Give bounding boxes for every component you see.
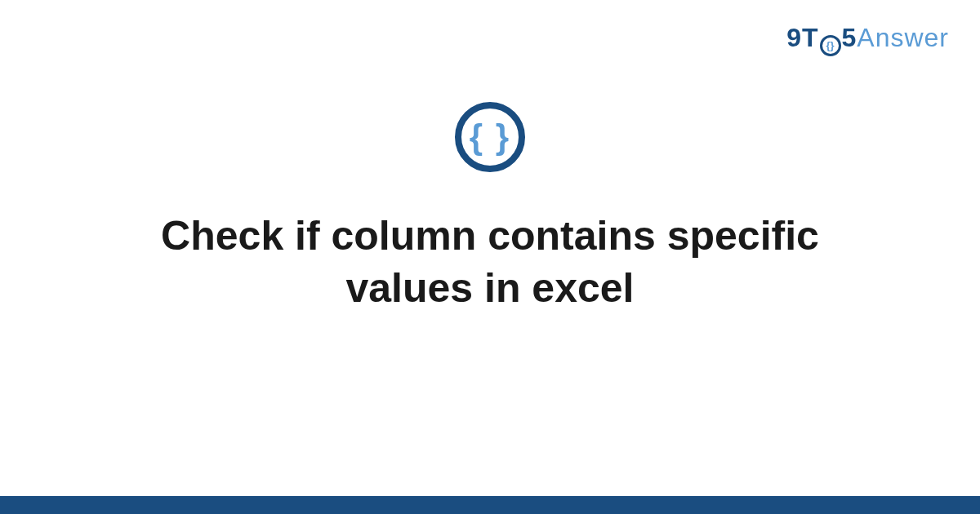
logo-text-answer: Answer bbox=[857, 23, 949, 53]
logo-text-9t: 9T bbox=[786, 23, 818, 53]
logo-braces-inner: {} bbox=[826, 40, 834, 51]
main-content: { } Check if column contains specific va… bbox=[0, 102, 980, 314]
braces-icon-inner: { } bbox=[470, 120, 510, 154]
braces-icon: { } bbox=[455, 102, 525, 172]
site-logo: 9T {} 5 Answer bbox=[786, 23, 949, 54]
page-title: Check if column contains specific values… bbox=[114, 210, 866, 314]
footer-bar bbox=[0, 496, 980, 514]
logo-braces-icon: {} bbox=[820, 35, 841, 56]
logo-text-5: 5 bbox=[842, 23, 858, 53]
